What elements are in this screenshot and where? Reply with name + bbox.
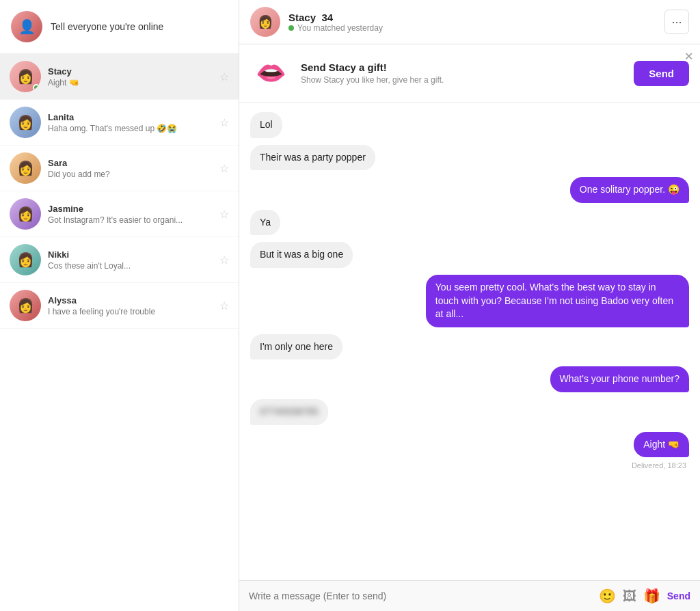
star-icon-user2[interactable]: ☆	[219, 116, 229, 129]
conv-preview-user2: Haha omg. That's messed up 🤣😭	[48, 124, 213, 133]
conv-avatar-user3: 👩	[10, 152, 41, 184]
close-gift-banner-button[interactable]: ✕	[684, 50, 693, 63]
message-bubble: One solitary popper. 😜	[570, 177, 689, 203]
emoji-icon[interactable]: 🙂	[599, 588, 616, 604]
message-bubble: Aight 🤜	[634, 432, 689, 458]
message-bubble: Lol	[250, 112, 282, 138]
messages-area: Lol Their was a party popper One solitar…	[239, 103, 700, 580]
conv-info-user2: Lanita Haha omg. That's messed up 🤣😭	[48, 112, 213, 133]
conv-item-user5[interactable]: 👩 Nikki Cos these ain't Loyal... ☆	[0, 237, 239, 283]
conv-avatar-stacy: 👩	[10, 61, 41, 92]
image-icon[interactable]: 🖼	[623, 588, 636, 604]
star-icon-user6[interactable]: ☆	[219, 299, 229, 312]
conv-info-user3: Sara Did you add me?	[48, 158, 213, 179]
own-avatar: 👤	[11, 11, 42, 42]
message-bubble: But it was a big one	[250, 242, 353, 268]
table-row: Aight 🤜	[250, 432, 689, 458]
message-bubble: What's your phone number?	[550, 366, 689, 392]
table-row: One solitary popper. 😜	[250, 177, 689, 203]
conv-preview-user6: I have a feeling you're trouble	[48, 307, 213, 316]
online-banner[interactable]: 👤 Tell everyone you're online	[0, 0, 239, 54]
star-icon-user3[interactable]: ☆	[219, 162, 229, 175]
table-row: Lol	[250, 112, 689, 138]
conv-item-user4[interactable]: 👩 Jasmine Got Instagram? It's easier to …	[0, 191, 239, 237]
gift-banner: 👄 Send Stacy a gift! Show Stacy you like…	[239, 44, 700, 103]
sidebar: 👤 Tell everyone you're online 👩 Stacy Ai…	[0, 0, 239, 611]
conv-info-user5: Nikki Cos these ain't Loyal...	[48, 249, 213, 271]
chat-header-info: Stacy 34 You matched yesterday	[288, 12, 656, 33]
conv-name-user3: Sara	[48, 158, 213, 168]
table-row: But it was a big one	[250, 242, 689, 268]
conv-name-user4: Jasmine	[48, 204, 213, 214]
star-icon-stacy[interactable]: ☆	[219, 70, 229, 83]
table-row: You seem pretty cool. What's the best wa…	[250, 275, 689, 327]
chat-input-area: 🙂 🖼 🎁 Send	[239, 580, 700, 611]
message-bubble: I'm only one here	[250, 334, 342, 360]
banner-text: Tell everyone you're online	[51, 21, 163, 32]
conv-preview-user5: Cos these ain't Loyal...	[48, 261, 213, 271]
more-options-button[interactable]: ···	[664, 10, 689, 34]
conv-avatar-user2: 👩	[10, 107, 41, 138]
gift-banner-title: Send Stacy a gift!	[301, 62, 624, 73]
message-meta: Delivered, 18:23	[632, 461, 689, 470]
chat-header-status: You matched yesterday	[288, 23, 656, 33]
send-message-button[interactable]: Send	[667, 590, 690, 601]
conv-name-user5: Nikki	[48, 249, 213, 260]
conv-preview-user3: Did you add me?	[48, 169, 213, 179]
conv-avatar-user6: 👩	[10, 290, 41, 321]
chat-header-avatar: 👩	[250, 7, 280, 37]
status-dot	[288, 25, 294, 31]
table-row: Their was a party popper	[250, 145, 689, 171]
gift-banner-text: Send Stacy a gift! Show Stacy you like h…	[301, 62, 624, 85]
conv-preview-stacy: Aight 🤜	[48, 78, 213, 87]
gift-banner-subtitle: Show Stacy you like her, give her a gift…	[301, 75, 624, 85]
conv-name-user6: Alyssa	[48, 295, 213, 306]
table-row: What's your phone number?	[250, 366, 689, 392]
conv-name-user2: Lanita	[48, 112, 213, 122]
message-bubble-blurred: 07749338765	[250, 399, 328, 425]
conv-info-user6: Alyssa I have a feeling you're trouble	[48, 295, 213, 316]
online-dot-stacy	[33, 84, 40, 91]
last-sent-message: Aight 🤜 Delivered, 18:23	[250, 432, 689, 470]
conv-item-stacy[interactable]: 👩 Stacy Aight 🤜 ☆	[0, 54, 239, 100]
chat-panel: 👩 Stacy 34 You matched yesterday ··· 👄 S…	[239, 0, 700, 611]
table-row: I'm only one here	[250, 334, 689, 360]
conv-info-stacy: Stacy Aight 🤜	[48, 66, 213, 87]
star-icon-user5[interactable]: ☆	[219, 254, 229, 267]
chat-header: 👩 Stacy 34 You matched yesterday ···	[239, 0, 700, 44]
conv-name-stacy: Stacy	[48, 66, 213, 77]
table-row: Ya	[250, 210, 689, 236]
conv-avatar-user4: 👩	[10, 198, 41, 230]
conversation-list: 👩 Stacy Aight 🤜 ☆ 👩 Lanita Haha omg. Tha…	[0, 54, 239, 611]
conv-info-user4: Jasmine Got Instagram? It's easier to or…	[48, 204, 213, 225]
message-bubble: Their was a party popper	[250, 145, 375, 171]
gift-icon[interactable]: 🎁	[643, 588, 660, 604]
conv-item-user6[interactable]: 👩 Alyssa I have a feeling you're trouble…	[0, 283, 239, 329]
message-bubble: Ya	[250, 210, 280, 236]
table-row: 07749338765	[250, 399, 689, 425]
chat-header-name: Stacy 34	[288, 12, 656, 23]
message-bubble: You seem pretty cool. What's the best wa…	[426, 275, 689, 327]
send-gift-button[interactable]: Send	[634, 61, 689, 86]
lips-icon: 👄	[250, 53, 291, 94]
conv-item-user2[interactable]: 👩 Lanita Haha omg. That's messed up 🤣😭 ☆	[0, 100, 239, 146]
conv-item-user3[interactable]: 👩 Sara Did you add me? ☆	[0, 146, 239, 191]
conv-avatar-user5: 👩	[10, 244, 41, 275]
star-icon-user4[interactable]: ☆	[219, 208, 229, 221]
message-input[interactable]	[249, 590, 592, 601]
conv-preview-user4: Got Instagram? It's easier to organi...	[48, 215, 213, 225]
